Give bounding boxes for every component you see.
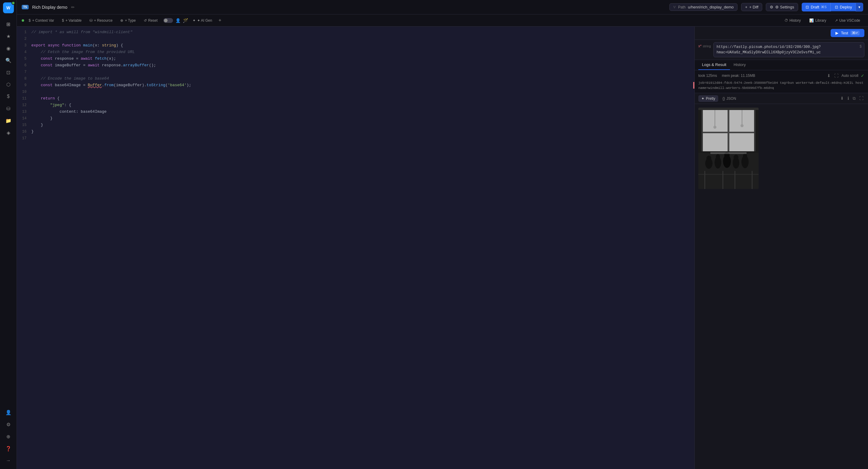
deploy-button[interactable]: ⊡ Deploy (831, 3, 856, 11)
input-textarea[interactable]: https://fastly.picsum.photos/id/192/200/… (714, 42, 858, 57)
code-line-12: 12 "jpeg": { (17, 102, 694, 108)
sidebar-item-flows[interactable]: ⊡ (3, 67, 14, 78)
download-icon[interactable]: ⬇ (827, 73, 831, 79)
draft-shortcut: ⌘S (821, 5, 827, 9)
content-area: 1 // import * as wmill from "windmill-cl… (17, 27, 868, 469)
result-tabs: Logs & Result History (695, 60, 868, 70)
code-line-9: 9 const base64Image = Buffer.from(imageB… (17, 82, 694, 89)
sidebar-item-settings[interactable]: ⚙ (3, 419, 14, 430)
download-result-icon[interactable]: ⬇ (839, 95, 845, 102)
type-button[interactable]: ⊕ + Type (117, 17, 139, 24)
library-icon: 📊 (809, 19, 814, 23)
info-icon[interactable]: ℹ (846, 95, 850, 102)
code-line-8: 8 // Encode the image to base64 (17, 75, 694, 82)
input-type: string (703, 44, 711, 48)
copy-icon[interactable]: ⧉ (852, 95, 857, 102)
ai-gen-button[interactable]: ✦ ✦ AI Gen (189, 17, 216, 24)
history-button[interactable]: ⏱ History (781, 17, 804, 24)
path-value: u/henri/rich_display_demo (688, 5, 734, 9)
status-dot (22, 19, 24, 22)
diff-button[interactable]: + + Diff (741, 3, 762, 11)
expand-icon[interactable]: ⛶ (834, 73, 839, 79)
sidebar-item-resources[interactable]: ⛁ (3, 103, 14, 114)
svg-rect-12 (704, 171, 705, 189)
ts-badge: TS (22, 5, 29, 9)
settings-button[interactable]: ⚙ ⚙ Settings (766, 3, 798, 11)
toggle-switch[interactable] (163, 18, 173, 23)
separator: ✦ (218, 18, 222, 23)
code-line-17: 17 (17, 135, 694, 142)
input-label: x* string (698, 42, 711, 48)
code-line-14: 14 } (17, 115, 694, 122)
json-tab[interactable]: {} JSON (719, 95, 739, 102)
sidebar-item-favorites[interactable]: ★ (3, 31, 14, 41)
dollar-variable-icon[interactable]: $ (857, 42, 864, 50)
test-shortcut: ⌘↵ (850, 31, 860, 35)
settings-icon: ⚙ (770, 5, 773, 9)
code-line-13: 13 content: base64Image (17, 108, 694, 115)
sidebar-item-help[interactable]: ❓ (3, 443, 14, 454)
sidebar-item-display[interactable]: ◈ (3, 127, 14, 138)
app-title: Rich Display demo (32, 5, 67, 10)
code-line-3: 3 export async function main(x: string) … (17, 42, 694, 49)
code-line-7: 7 (17, 69, 694, 75)
variable-icon: $ (62, 19, 64, 23)
history-tab[interactable]: History (730, 60, 749, 70)
log-time: took 125ms (698, 73, 717, 78)
sidebar-item-files[interactable]: 📁 (3, 115, 14, 126)
sidebar-item-home[interactable]: ⊞ (3, 19, 14, 30)
context-var-button[interactable]: $ + Context Var (25, 17, 58, 24)
svg-rect-27 (710, 152, 747, 154)
log-area: took 125ms mem peak: 11.15MB ⬇ ⛶ Auto sc… (695, 70, 868, 93)
reset-icon: ↺ (144, 19, 147, 23)
check-icon: ✓ (861, 73, 864, 78)
toggle-icon: 👤 (176, 18, 181, 23)
fullscreen-icon[interactable]: ⛶ (858, 95, 864, 102)
code-line-15: 15 } (17, 122, 694, 128)
sidebar-item-integrations[interactable]: ⊕ (3, 431, 14, 442)
svg-point-19 (716, 154, 720, 159)
svg-rect-3 (701, 132, 755, 133)
svg-rect-4 (701, 107, 703, 151)
ai-gen-icon: ✦ (193, 19, 195, 23)
logs-result-tab[interactable]: Logs & Result (698, 60, 730, 70)
sparkle-icon: ✦ (701, 96, 704, 101)
log-entry: job=01912d84-fdc6-5474-2ee9-358098f5e104… (698, 81, 864, 90)
sidebar-item-profile[interactable]: 👤 (3, 407, 14, 418)
sidebar-item-runs[interactable]: ◉ (3, 43, 14, 54)
code-line-6: 6 const imageBuffer = await response.arr… (17, 62, 694, 69)
type-icon: ⊕ (120, 19, 123, 23)
log-mem: mem peak: 11.15MB (722, 73, 755, 78)
library-button[interactable]: 📊 Library (806, 17, 830, 24)
path-icon: ⑂ (673, 5, 676, 9)
code-line-16: 16 } (17, 128, 694, 135)
sidebar-item-apps[interactable]: ⬡ (3, 79, 14, 90)
resource-icon: ⛁ (90, 19, 93, 23)
resource-button[interactable]: ⛁ + Resource (86, 17, 116, 24)
edit-icon[interactable]: ✏ (71, 5, 75, 10)
chevron-down-icon: ▾ (858, 5, 861, 9)
input-required-marker: x* (698, 44, 702, 48)
code-editor[interactable]: 1 // import * as wmill from "windmill-cl… (17, 27, 694, 469)
right-panel: ▶ Test ⌘↵ x* string https://fastly.picsu… (694, 27, 868, 469)
svg-rect-2 (727, 107, 730, 151)
sidebar-item-variables[interactable]: $ (3, 91, 14, 102)
app-logo[interactable]: W (3, 2, 14, 13)
svg-point-17 (707, 156, 711, 161)
vscode-button[interactable]: ↗ Use VSCode (832, 17, 863, 24)
draft-button[interactable]: ⊡ Draft ⌘S (802, 3, 831, 11)
svg-point-7 (713, 126, 716, 129)
variable-button[interactable]: $ + Variable (59, 17, 85, 24)
path-pill[interactable]: ⑂ Path u/henri/rich_display_demo (670, 3, 738, 11)
sidebar-item-search[interactable]: 🔍 (3, 55, 14, 66)
pretty-tab[interactable]: ✦ Pretty (698, 95, 718, 102)
test-button[interactable]: ▶ Test ⌘↵ (831, 29, 864, 37)
view-tabs: ✦ Pretty {} JSON ⬇ ℹ ⧉ ⛶ (695, 93, 868, 104)
logo-badge (11, 1, 15, 5)
svg-rect-14 (735, 171, 735, 189)
deploy-arrow-button[interactable]: ▾ (856, 3, 863, 11)
reset-button[interactable]: ↺ Reset (141, 17, 161, 24)
draft-deploy-group: ⊡ Draft ⌘S ⊡ Deploy ▾ (802, 3, 863, 11)
sidebar-item-logout[interactable]: → (3, 455, 14, 466)
secondary-toolbar: $ + Context Var $ + Variable ⛁ + Resourc… (17, 14, 868, 27)
